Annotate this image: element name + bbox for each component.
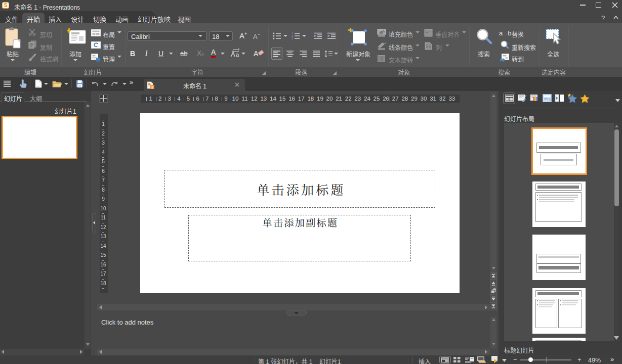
svg-text:s: s bbox=[151, 85, 153, 89]
svg-text:3: 3 bbox=[292, 37, 293, 39]
svg-text:a: a bbox=[236, 52, 239, 57]
svg-text:A: A bbox=[231, 51, 235, 57]
